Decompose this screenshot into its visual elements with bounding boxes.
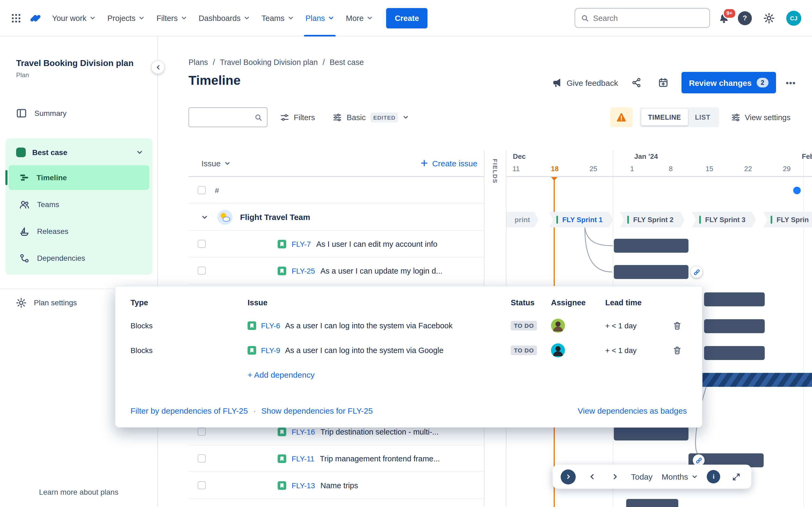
view-dependencies-as-badges-link[interactable]: View dependencies as badges: [578, 406, 687, 415]
info-button[interactable]: i: [707, 470, 720, 484]
issue-key[interactable]: FLY-16: [292, 427, 315, 436]
plan-search-input[interactable]: [194, 113, 255, 121]
nav-projects[interactable]: Projects: [101, 0, 151, 36]
issue-row[interactable]: FLY-13 Name trips: [189, 472, 484, 499]
add-to-calendar-button[interactable]: [655, 74, 672, 91]
create-issue-label: Create issue: [432, 159, 477, 168]
assignee-avatar[interactable]: [551, 319, 565, 333]
settings-gear-icon[interactable]: [760, 9, 778, 26]
issue-row[interactable]: FLY-25 As a user I can update my login d…: [189, 258, 484, 284]
nav-teams[interactable]: Teams: [256, 0, 299, 36]
epic-bar-striped[interactable]: [698, 373, 812, 387]
breadcrumb-scenario[interactable]: Best case: [330, 58, 364, 66]
select-all-checkbox[interactable]: [198, 186, 206, 194]
sidebar-item-dependencies[interactable]: Dependencies: [9, 246, 149, 270]
expand-panel-button[interactable]: [561, 469, 576, 484]
global-search[interactable]: [575, 8, 710, 28]
dependency-link-badge[interactable]: [691, 266, 702, 278]
row-checkbox[interactable]: [198, 428, 206, 436]
sprint-chip[interactable]: FLY Sprint 1: [549, 212, 613, 227]
create-button[interactable]: Create: [386, 8, 427, 28]
global-search-input[interactable]: [593, 14, 704, 22]
scroll-left-button[interactable]: [585, 468, 599, 485]
plan-search[interactable]: [189, 107, 267, 127]
sprint-chip[interactable]: FLY Sprint 2: [620, 212, 685, 227]
issue-bar[interactable]: [704, 319, 765, 333]
create-issue-button[interactable]: Create issue: [420, 159, 477, 168]
issue-bar-fly-7[interactable]: [614, 239, 689, 253]
scroll-right-button[interactable]: [608, 468, 622, 485]
jira-logo[interactable]: [27, 9, 44, 26]
nav-plans[interactable]: Plans: [299, 0, 340, 36]
row-checkbox[interactable]: [198, 481, 206, 489]
help-button[interactable]: ?: [738, 11, 752, 25]
zoom-level-select[interactable]: Months: [662, 472, 698, 481]
issue-bar-partial[interactable]: [626, 499, 678, 507]
sidebar-collapse-button[interactable]: [151, 60, 165, 74]
today-button[interactable]: Today: [631, 472, 653, 481]
issue-bar-fly-16[interactable]: [614, 427, 689, 441]
chevron-left-icon: [155, 64, 161, 70]
issue-bar[interactable]: [704, 346, 765, 360]
row-checkbox[interactable]: [198, 240, 206, 248]
sprint-chip[interactable]: FLY Sprint 3: [692, 212, 756, 227]
fullscreen-button[interactable]: [729, 468, 743, 485]
sprint-chip[interactable]: FLY Sprin: [763, 212, 812, 227]
sidebar-item-releases[interactable]: Releases: [9, 219, 149, 243]
issue-key[interactable]: FLY-9: [261, 346, 280, 355]
warnings-button[interactable]: [610, 107, 632, 127]
learn-more-link[interactable]: Learn more about plans: [0, 488, 157, 496]
breadcrumb-plans[interactable]: Plans: [189, 58, 208, 66]
row-checkbox[interactable]: [198, 267, 206, 275]
view-preset-button[interactable]: Basic EDITED: [328, 107, 414, 127]
status-badge: TO DO: [511, 321, 537, 331]
sidebar-item-summary[interactable]: Summary: [0, 103, 153, 124]
sidebar-item-teams[interactable]: Teams: [9, 192, 149, 217]
give-feedback-button[interactable]: Give feedback: [552, 78, 618, 88]
user-avatar[interactable]: CJ: [786, 10, 801, 25]
date-label: 22: [744, 165, 752, 173]
plan-type: Plan: [16, 71, 134, 79]
people-icon: [19, 199, 30, 210]
show-dependencies-link[interactable]: Show dependencies for FLY-25: [261, 406, 373, 415]
row-checkbox[interactable]: [198, 454, 206, 462]
delete-dependency-button[interactable]: [673, 346, 688, 355]
issue-key[interactable]: FLY-6: [261, 321, 280, 330]
megaphone-icon: [552, 78, 562, 88]
nav-your-work[interactable]: Your work: [46, 0, 101, 36]
sprint-chip[interactable]: print: [506, 212, 539, 227]
chevron-down-icon[interactable]: [201, 214, 208, 220]
notifications-button[interactable]: 9+: [719, 13, 729, 23]
issue-key[interactable]: FLY-11: [292, 454, 314, 463]
toggle-list[interactable]: LIST: [688, 109, 717, 125]
dot-separator: ·: [253, 406, 256, 415]
issue-row[interactable]: FLY-7 As I user I can edit my account in…: [189, 231, 484, 258]
filter-by-dependencies-link[interactable]: Filter by dependencies of FLY-25: [131, 406, 248, 415]
delete-dependency-button[interactable]: [673, 321, 688, 330]
nav-more[interactable]: More: [340, 0, 378, 36]
share-button[interactable]: [628, 74, 645, 91]
issue-key[interactable]: FLY-25: [292, 266, 315, 275]
issue-bar[interactable]: [704, 292, 765, 306]
nav-filters[interactable]: Filters: [151, 0, 193, 36]
more-actions-button[interactable]: •••: [786, 78, 796, 87]
sidebar-item-timeline[interactable]: Timeline: [9, 165, 149, 190]
issue-bar-fly-25[interactable]: [614, 265, 689, 279]
issue-row[interactable]: FLY-11 Trip management frontend frame...: [189, 445, 484, 472]
view-preset-label: Basic: [347, 113, 366, 121]
app-switcher-icon[interactable]: [7, 9, 25, 26]
col-status: Status: [511, 298, 551, 307]
assignee-avatar[interactable]: [551, 343, 565, 357]
issue-key[interactable]: FLY-7: [292, 239, 311, 248]
filters-button[interactable]: Filters: [275, 107, 320, 127]
review-changes-button[interactable]: Review changes 2: [681, 72, 776, 93]
scenario-selector[interactable]: Best case: [9, 142, 149, 163]
team-name[interactable]: Flight Travel Team: [240, 213, 310, 222]
nav-dashboards[interactable]: Dashboards: [193, 0, 256, 36]
issue-column-header[interactable]: Issue: [201, 159, 231, 168]
issue-key[interactable]: FLY-13: [292, 481, 315, 490]
add-dependency-link[interactable]: + Add dependency: [248, 370, 314, 379]
view-settings-button[interactable]: View settings: [726, 107, 796, 127]
toggle-timeline[interactable]: TIMELINE: [641, 109, 688, 125]
breadcrumb-plan-name[interactable]: Travel Booking Division plan: [220, 58, 318, 66]
